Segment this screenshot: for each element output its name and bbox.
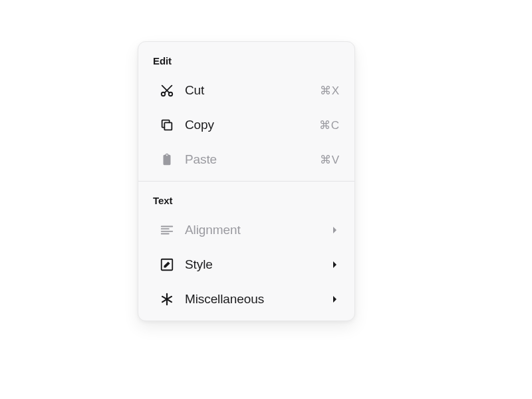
menu-section-text: Text Alignment — [138, 181, 354, 321]
section-title-text: Text — [138, 186, 354, 213]
menu-item-label: Alignment — [185, 223, 331, 237]
chevron-right-icon — [331, 260, 340, 269]
context-menu: Edit Cut ⌘X Copy ⌘C — [138, 41, 355, 321]
menu-item-label: Cut — [185, 83, 320, 98]
menu-section-edit: Edit Cut ⌘X Copy ⌘C — [138, 42, 354, 181]
section-title-edit: Edit — [138, 46, 354, 73]
scissors-icon — [158, 82, 176, 99]
menu-item-label: Style — [185, 257, 331, 272]
menu-item-paste: Paste ⌘V — [138, 142, 354, 177]
chevron-right-icon — [331, 295, 340, 304]
copy-icon — [158, 116, 176, 134]
menu-item-cut[interactable]: Cut ⌘X — [138, 73, 354, 108]
asterisk-icon — [158, 291, 176, 308]
menu-item-style[interactable]: Style — [138, 247, 354, 282]
svg-rect-4 — [164, 122, 172, 130]
menu-item-shortcut: ⌘X — [320, 84, 340, 98]
menu-item-label: Paste — [185, 152, 320, 167]
menu-item-alignment: Alignment — [138, 213, 354, 247]
menu-item-shortcut: ⌘C — [319, 118, 340, 132]
chevron-right-icon — [331, 225, 340, 235]
menu-item-shortcut: ⌘V — [320, 153, 340, 167]
menu-item-label: Miscellaneous — [185, 292, 331, 307]
align-left-icon — [158, 221, 176, 239]
menu-item-miscellaneous[interactable]: Miscellaneous — [138, 282, 354, 317]
menu-item-copy[interactable]: Copy ⌘C — [138, 108, 354, 142]
brush-icon — [158, 256, 176, 273]
menu-item-label: Copy — [185, 118, 319, 132]
clipboard-icon — [158, 151, 176, 168]
